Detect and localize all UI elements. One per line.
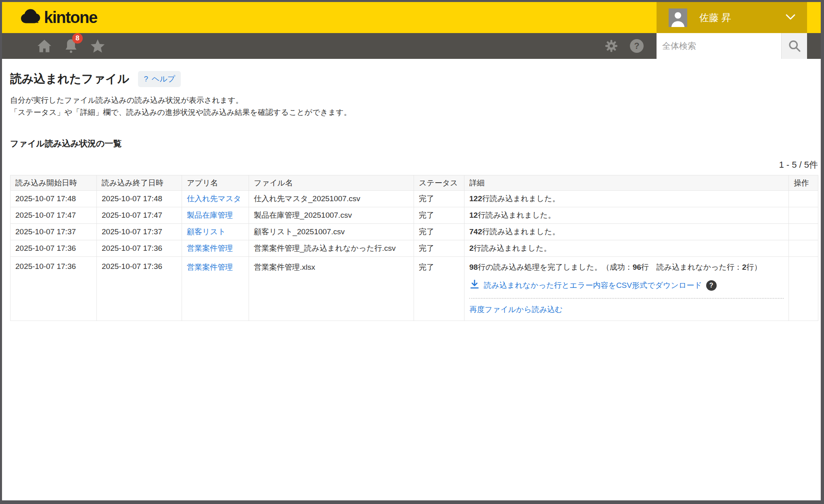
notifications-bell-icon[interactable]: 8 [64, 39, 78, 53]
kintone-cloud-icon [20, 8, 41, 27]
app-link[interactable]: 顧客リスト [187, 227, 226, 236]
col-start-time: 読み込み開始日時 [10, 175, 97, 191]
status-text: 完了 [414, 207, 464, 224]
detail-summary: 98行の読み込み処理を完了しました。（成功：96行 読み込まれなかった行：2行） [469, 262, 784, 273]
status-text: 完了 [414, 191, 464, 207]
table-row: 2025-10-07 17:36 2025-10-07 17:36 営業案件管理… [10, 257, 818, 321]
actions-cell [789, 207, 818, 224]
app-link[interactable]: 仕入れ先マスタ [187, 194, 241, 203]
menu-hamburger-icon[interactable] [11, 40, 25, 52]
notification-badge: 8 [72, 33, 83, 44]
app-link[interactable]: 営業案件管理 [187, 244, 233, 252]
status-text: 完了 [414, 224, 464, 240]
favorites-star-icon[interactable] [90, 39, 105, 53]
detail-divider [469, 298, 784, 299]
app-link[interactable]: 営業案件管理 [187, 263, 233, 271]
status-text: 完了 [414, 257, 464, 321]
app-link[interactable]: 製品在庫管理 [187, 211, 233, 219]
search-input[interactable] [657, 33, 781, 59]
settings-gear-icon[interactable] [604, 39, 619, 53]
help-icon[interactable]: ? [630, 39, 644, 53]
col-detail: 詳細 [464, 175, 789, 191]
col-app-name: アプリ名 [182, 175, 249, 191]
col-actions: 操作 [789, 175, 818, 191]
col-end-time: 読み込み終了日時 [97, 175, 182, 191]
col-status: ステータス [414, 175, 464, 191]
table-header-row: 読み込み開始日時 読み込み終了日時 アプリ名 ファイル名 ステータス 詳細 操作 [10, 175, 818, 191]
actions-cell [789, 224, 818, 240]
actions-cell [789, 257, 818, 321]
col-file-name: ファイル名 [249, 175, 414, 191]
page-description: 自分が実行したファイル読み込みの読み込み状況が表示されます。 「ステータス」や「… [10, 94, 813, 119]
reimport-link[interactable]: 再度ファイルから読み込む [469, 305, 563, 314]
page-help-link[interactable]: ? ヘルプ [138, 71, 181, 87]
global-navbar: 8 ? [2, 33, 821, 59]
section-title: ファイル読み込み状況の一覧 [10, 138, 813, 149]
table-row: 2025-10-07 17:36 2025-10-07 17:36 営業案件管理… [10, 240, 818, 257]
page-content: 読み込まれたファイル ? ヘルプ 自分が実行したファイル読み込みの読み込み状況が… [2, 59, 821, 321]
download-icon [469, 279, 480, 292]
navbar-right-tools: ? [604, 33, 807, 59]
table-row: 2025-10-07 17:37 2025-10-07 17:37 顧客リスト … [10, 224, 818, 240]
kintone-logo[interactable]: kintone [20, 8, 97, 27]
actions-cell [789, 240, 818, 257]
home-icon[interactable] [37, 39, 52, 53]
chevron-down-icon [785, 14, 796, 22]
download-error-csv-link[interactable]: 読み込まれなかった行とエラー内容をCSV形式でダウンロード [484, 280, 702, 291]
brand-header: kintone 佐藤 昇 [2, 2, 821, 33]
search-icon [788, 39, 801, 53]
table-row: 2025-10-07 17:47 2025-10-07 17:47 製品在庫管理… [10, 207, 818, 224]
app-window: kintone 佐藤 昇 8 [0, 0, 824, 504]
import-status-table: 読み込み開始日時 読み込み終了日時 アプリ名 ファイル名 ステータス 詳細 操作… [10, 175, 818, 321]
help-question-icon: ? [144, 75, 148, 83]
user-name: 佐藤 昇 [699, 11, 731, 24]
global-search [657, 33, 807, 59]
search-button[interactable] [781, 33, 807, 59]
avatar [669, 8, 687, 27]
page-title: 読み込まれたファイル [10, 71, 129, 87]
pagination-counter: 1 - 5 / 5件 [10, 159, 818, 171]
download-help-icon[interactable]: ? [706, 280, 717, 291]
brand-name: kintone [44, 8, 97, 27]
user-menu[interactable]: 佐藤 昇 [657, 2, 807, 33]
table-row: 2025-10-07 17:48 2025-10-07 17:48 仕入れ先マス… [10, 191, 818, 207]
actions-cell [789, 191, 818, 207]
detail-cell: 98行の読み込み処理を完了しました。（成功：96行 読み込まれなかった行：2行）… [464, 257, 789, 321]
status-text: 完了 [414, 240, 464, 257]
